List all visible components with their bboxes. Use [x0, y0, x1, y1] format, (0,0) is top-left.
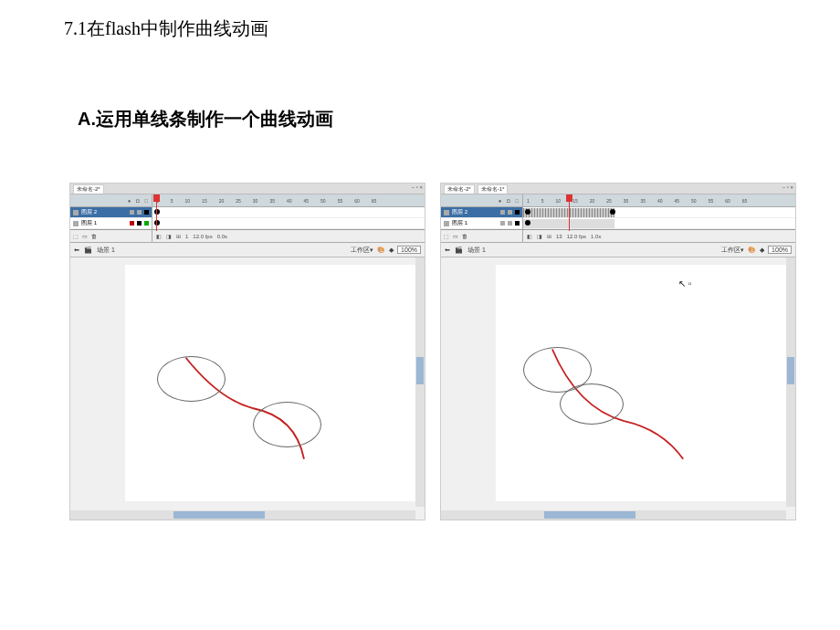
dot-icon [137, 210, 142, 215]
layer-name: 图层 1 [81, 219, 97, 227]
onion-skin-icon[interactable]: ◨ [166, 233, 172, 239]
symbol-chooser-icon[interactable]: ◆ [389, 247, 394, 254]
ruler-tick: 30 [253, 198, 258, 204]
horizontal-scrollbar[interactable] [441, 510, 786, 520]
ruler-tick: 1 [527, 198, 530, 204]
elapsed-time: 0.0s [217, 234, 227, 239]
document-tab[interactable]: 未命名-2* [73, 184, 104, 194]
ruler-tick: 40 [657, 198, 663, 204]
canvas[interactable]: ↖ [125, 265, 415, 501]
ruler-tick: 65 [372, 198, 377, 204]
scene-chooser-icon[interactable]: 🎨 [748, 247, 756, 254]
vertical-scrollbar[interactable] [415, 257, 425, 507]
current-frame: 13 [556, 234, 562, 239]
new-layer-icon[interactable]: ⬚ [73, 233, 79, 239]
frame-ruler[interactable]: 1 5 10 15 20 25 30 35 40 45 50 55 60 65 [523, 194, 795, 206]
dot-icon [130, 210, 134, 215]
layer-row[interactable]: 图层 2 [441, 207, 522, 218]
canvas[interactable]: ↖ ▫ [496, 265, 786, 501]
window-controls[interactable]: – ▫ × [782, 184, 793, 190]
ruler-tick: 40 [287, 198, 292, 204]
elapsed-time: 1.0s [591, 234, 601, 239]
frames-column[interactable] [152, 207, 425, 229]
visibility-lock-icons[interactable]: ● ◘ □ [499, 198, 520, 204]
ruler-tick: 60 [354, 198, 360, 204]
back-icon[interactable]: ⬅ [445, 247, 450, 254]
dot-icon [508, 221, 512, 226]
workspace-dropdown[interactable]: 工作区▾ [351, 246, 373, 255]
timeline-footer: ⬚ ▭ 🗑 ◧ ◨ ⊞ 1 12.0 fps 0.0s [70, 230, 425, 243]
dot-icon [137, 221, 142, 226]
dot-icon [515, 210, 520, 215]
dot-icon [508, 210, 512, 215]
zoom-level[interactable]: 100% [768, 246, 792, 254]
ruler-tick: 35 [640, 198, 646, 204]
onion-skin-icon[interactable]: ◧ [156, 233, 162, 239]
scene-name[interactable]: 场景 1 [97, 246, 115, 255]
stage[interactable]: ↖ [70, 257, 425, 520]
edit-bar: ⬅ 🎬 场景 1 工作区▾ 🎨 ◆ 100% [70, 243, 425, 257]
ruler-tick: 25 [606, 198, 612, 204]
vertical-scrollbar[interactable] [786, 257, 795, 507]
new-layer-icon[interactable]: ⬚ [444, 233, 449, 239]
scene-name[interactable]: 场景 1 [467, 246, 486, 255]
section-heading: 7.1在flash中制作曲线动画 [64, 16, 268, 41]
layers-column: 图层 2 图层 1 [441, 207, 523, 229]
layer-buttons[interactable]: ⬚ ▭ 🗑 [441, 230, 523, 242]
current-frame: 1 [185, 234, 188, 239]
keyframe-icon[interactable] [525, 220, 530, 226]
stage[interactable]: ↖ ▫ [441, 257, 795, 520]
sub-heading: A.运用单线条制作一个曲线动画 [78, 107, 333, 131]
back-icon[interactable]: ⬅ [74, 247, 79, 254]
scene-chooser-icon[interactable]: 🎨 [377, 247, 385, 254]
layer-row[interactable]: 图层 2 [70, 207, 152, 218]
delete-layer-icon[interactable]: 🗑 [91, 234, 97, 239]
symbol-chooser-icon[interactable]: ◆ [760, 247, 764, 254]
dot-icon [500, 221, 505, 226]
onion-skin-icon[interactable]: ◧ [527, 233, 532, 239]
scrollbar-thumb[interactable] [544, 511, 635, 519]
workspace-dropdown[interactable]: 工作区▾ [721, 246, 744, 255]
layer-header-icons: ● ◘ □ [441, 194, 523, 206]
timeline-header: ● ◘ □ 1 5 10 15 20 25 30 35 40 45 50 55 … [70, 194, 425, 207]
delete-layer-icon[interactable]: 🗑 [462, 234, 467, 239]
layer-row[interactable]: 图层 1 [70, 218, 152, 229]
ruler-tick: 20 [219, 198, 225, 204]
visibility-lock-icons[interactable]: ● ◘ □ [128, 198, 150, 204]
horizontal-scrollbar[interactable] [70, 510, 415, 520]
dot-icon [144, 221, 149, 226]
playhead[interactable] [156, 194, 157, 231]
center-icon[interactable]: ⊞ [176, 233, 181, 239]
scrollbar-thumb[interactable] [416, 357, 424, 384]
edit-bar: ⬅ 🎬 场景 1 工作区▾ 🎨 ◆ 100% [441, 243, 795, 257]
cursor-icon: ↖ ▫ [678, 278, 691, 289]
ruler-tick: 10 [556, 198, 562, 204]
frame-row [523, 207, 795, 218]
document-tab[interactable]: 未命名-1* [478, 184, 509, 194]
ruler-tick: 55 [709, 198, 714, 204]
onion-skin-icon[interactable]: ◨ [537, 233, 542, 239]
timeline-layers: 图层 2 图层 1 [70, 207, 425, 230]
scrollbar-thumb[interactable] [787, 357, 794, 384]
zoom-level[interactable]: 100% [397, 246, 421, 254]
scene-icon: 🎬 [84, 247, 92, 254]
layer-buttons[interactable]: ⬚ ▭ 🗑 [70, 230, 152, 242]
frame-ruler[interactable]: 1 5 10 15 20 25 30 35 40 45 50 55 60 65 [152, 194, 425, 206]
frame-row [523, 218, 795, 229]
pencil-icon [444, 210, 449, 215]
keyframe-icon[interactable] [154, 220, 160, 226]
new-folder-icon[interactable]: ▭ [82, 233, 88, 239]
playhead[interactable] [569, 194, 570, 231]
window-controls[interactable]: – ▫ × [412, 184, 423, 190]
keyframe-icon[interactable] [525, 209, 530, 215]
scrollbar-thumb[interactable] [173, 511, 265, 519]
new-folder-icon[interactable]: ▭ [453, 233, 458, 239]
keyframe-icon[interactable] [610, 209, 615, 215]
layer-row[interactable]: 图层 1 [441, 218, 522, 229]
keyframe-icon[interactable] [154, 209, 160, 215]
sub-heading-text: 运用单线条制作一个曲线动画 [96, 109, 333, 129]
center-icon[interactable]: ⊞ [547, 233, 551, 239]
document-tab[interactable]: 未命名-2* [444, 184, 475, 194]
frames-column[interactable] [523, 207, 795, 229]
frame-row [152, 207, 425, 218]
